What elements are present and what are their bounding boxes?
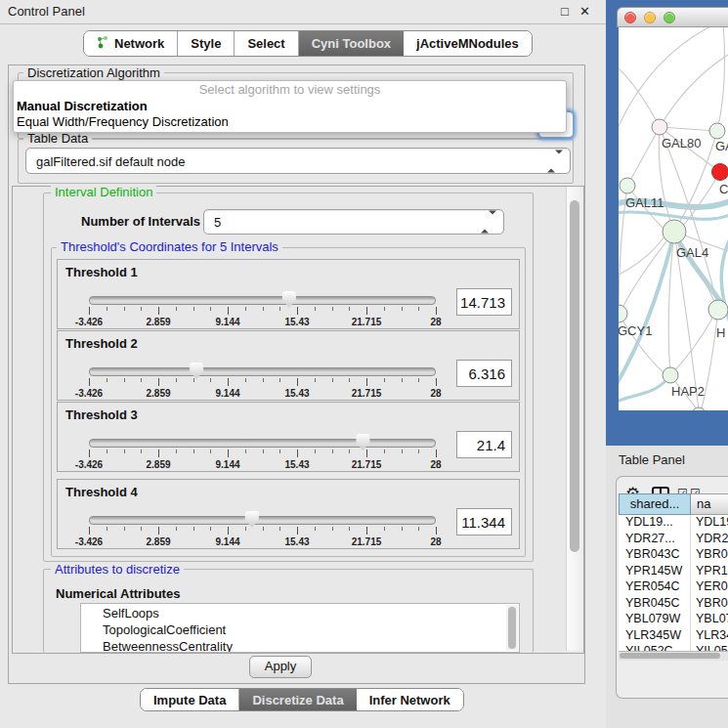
table-cell-shared-name[interactable]: YPR145W (619, 564, 691, 580)
table-cell-name[interactable]: YBR04 (691, 596, 728, 613)
network-node-top-right-node[interactable] (709, 123, 725, 139)
network-edge[interactable] (619, 64, 660, 127)
slider-track[interactable] (89, 296, 436, 305)
float-panel-icon[interactable]: □ (561, 4, 569, 19)
tab-impute-data[interactable]: Impute Data (141, 689, 239, 710)
column-header-shared-name[interactable]: shared... (619, 493, 691, 515)
slider-track[interactable] (89, 439, 436, 448)
slider-thumb[interactable] (244, 511, 260, 528)
table-row[interactable]: YER054CYER05 (619, 579, 728, 596)
minimize-traffic-light-icon[interactable] (644, 12, 656, 23)
threshold-2-value-field[interactable]: 6.316 (456, 360, 512, 387)
slider-tick (228, 307, 229, 315)
threshold-3-value-field[interactable]: 21.4 (456, 431, 512, 458)
table-cell-name[interactable]: YIL05 (691, 644, 728, 651)
table-cell-name[interactable]: YDR27 (691, 532, 728, 548)
threshold-4-slider[interactable]: -3.4262.8599.14415.4321.71528 (89, 513, 436, 546)
table-row[interactable]: YDR27...YDR27 (619, 532, 728, 548)
network-edge[interactable] (619, 27, 716, 135)
network-node-GAL80[interactable] (652, 119, 667, 135)
table-horizontal-scrollbar[interactable] (619, 651, 728, 661)
tab-discretize-data[interactable]: Discretize Data (239, 689, 356, 710)
tab-network[interactable]: Network (84, 31, 178, 56)
attribute-item-topologicalcoefficient[interactable]: TopologicalCoefficient (81, 621, 519, 638)
network-node-GAL11[interactable] (620, 178, 635, 193)
table-cell-name[interactable]: YBR04 (691, 547, 728, 564)
network-edge[interactable] (621, 232, 674, 310)
slider-thumb[interactable] (189, 363, 204, 379)
threshold-1-slider[interactable]: -3.4262.8599.14415.4321.71528 (89, 293, 436, 326)
slider-scale: -3.4262.8599.14415.4321.71528 (89, 536, 436, 547)
dropdown-option-equal-width[interactable]: Equal Width/Frequency Discretization (14, 114, 566, 130)
close-panel-icon[interactable]: ✕ (579, 4, 590, 19)
network-edge-highlighted[interactable] (619, 212, 728, 219)
attribute-item-selfloops[interactable]: SelfLoops (81, 604, 519, 621)
table-row[interactable]: YBL079WYBL07 (619, 612, 728, 628)
table-hscrollbar-thumb[interactable] (620, 653, 720, 659)
table-cell-name[interactable]: YDL19 (691, 515, 728, 532)
threshold-2-slider[interactable]: -3.4262.8599.14415.4321.71528 (89, 364, 436, 398)
list-scrollbar-thumb[interactable] (508, 607, 516, 649)
table-cell-shared-name[interactable]: YIL052C (619, 644, 691, 651)
network-edge[interactable] (619, 236, 664, 277)
slider-tick (436, 307, 437, 315)
settings-vertical-scrollbar[interactable] (566, 187, 583, 651)
network-edge[interactable] (717, 27, 725, 131)
network-node-HAP2[interactable] (663, 367, 678, 383)
scrollbar-thumb[interactable] (570, 200, 579, 552)
table-cell-shared-name[interactable]: YBR045C (619, 596, 691, 613)
close-traffic-light-icon[interactable] (624, 12, 636, 23)
tab-jactivemnodules[interactable]: jActiveMNodules (404, 31, 532, 56)
table-cell-name[interactable]: YLR34 (691, 628, 728, 645)
threshold-1-value-field[interactable]: 14.713 (456, 288, 512, 316)
network-node-red-node[interactable] (712, 164, 728, 181)
network-edge[interactable] (627, 127, 660, 186)
table-row[interactable]: YBR045CYBR04 (619, 596, 728, 613)
threshold-3-slider[interactable]: -3.4262.8599.14415.4321.71528 (89, 436, 436, 469)
algorithm-group-title: Discretization Algorithm (23, 66, 164, 80)
table-row[interactable]: YLR345WYLR34 (619, 628, 728, 645)
slider-thumb[interactable] (281, 291, 297, 308)
column-header-name[interactable]: na (691, 493, 728, 515)
table-cell-shared-name[interactable]: YDR27... (619, 532, 691, 548)
table-row[interactable]: YDL19...YDL19 (619, 515, 728, 532)
number-of-intervals-combobox[interactable]: 5 (203, 209, 504, 235)
table-cell-shared-name[interactable]: YDL19... (619, 515, 691, 532)
table-cell-shared-name[interactable]: YBL079W (619, 612, 691, 628)
tab-style[interactable]: Style (178, 31, 235, 56)
network-edge-highlighted[interactable] (619, 380, 666, 403)
network-canvas[interactable]: GAL80GACGAL11GAL4GCY1HHAP2 (619, 27, 728, 410)
table-cell-name[interactable]: YER05 (691, 579, 728, 596)
table-row[interactable]: YBR043CYBR04 (619, 547, 728, 564)
table-cell-shared-name[interactable]: YLR345W (619, 628, 691, 645)
list-scrollbar[interactable] (506, 605, 518, 651)
table-cell-shared-name[interactable]: YER054C (619, 579, 691, 596)
network-edge[interactable] (670, 317, 713, 375)
attribute-item-betweennesscentrality[interactable]: BetweennessCentrality (81, 638, 519, 653)
slider-ticks (89, 378, 436, 387)
table-cell-name[interactable]: YPR14 (691, 564, 728, 580)
slider-thumb[interactable] (355, 434, 370, 450)
table-data-combobox[interactable]: galFiltered.sif default node (25, 148, 571, 174)
threshold-4-value-field[interactable]: 11.344 (456, 508, 512, 535)
table-cell-name[interactable]: YBL07 (691, 612, 728, 628)
network-edge[interactable] (619, 314, 664, 372)
network-node-GAL4[interactable] (663, 220, 686, 243)
apply-button[interactable]: Apply (249, 656, 312, 678)
tab-select[interactable]: Select (235, 31, 298, 56)
zoom-traffic-light-icon[interactable] (664, 12, 675, 23)
table-row[interactable]: YIL052CYIL05 (619, 644, 728, 651)
network-node-bottom-node[interactable] (692, 407, 706, 410)
table-cell-shared-name[interactable]: YBR043C (619, 547, 691, 564)
network-node-GCY1[interactable] (619, 305, 627, 322)
slider-track[interactable] (89, 367, 436, 376)
network-edge[interactable] (660, 127, 717, 131)
network-edge[interactable] (660, 55, 728, 127)
tab-infer-network[interactable]: Infer Network (357, 689, 463, 710)
table-row[interactable]: YPR145WYPR14 (619, 564, 728, 580)
dropdown-option-manual[interactable]: Manual Discretization (14, 99, 566, 114)
tab-cyni-toolbox[interactable]: Cyni Toolbox (299, 31, 404, 56)
slider-tick (418, 527, 419, 531)
network-node-H-node[interactable] (708, 300, 728, 320)
slider-track[interactable] (89, 516, 436, 525)
